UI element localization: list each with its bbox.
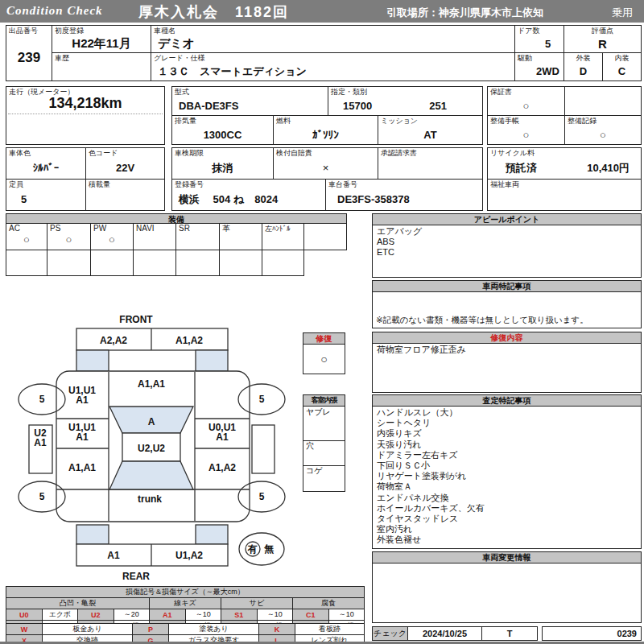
front-bumper-right-mark: A1,A2 bbox=[175, 335, 203, 346]
registration-number-label: 登録番号 bbox=[175, 180, 204, 188]
inspection-value: 抹消 bbox=[172, 157, 273, 179]
first-registration-value: H22年11月 bbox=[52, 35, 151, 52]
class-number: 251 bbox=[429, 100, 447, 112]
cabin-item-hole: 穴 bbox=[303, 440, 345, 466]
equipment-label: SR bbox=[179, 225, 190, 233]
interior-grade-value: C bbox=[603, 62, 641, 80]
grade-label: グレード・仕様 bbox=[154, 54, 205, 62]
equipment-label: 左ﾊﾝﾄﾞﾙ bbox=[265, 225, 291, 233]
equipment-cell-sr: SR bbox=[175, 223, 220, 250]
repair-details-header: 修復内容 bbox=[373, 332, 641, 344]
insurance-label: 検付自賠責 bbox=[276, 149, 312, 157]
rear-bumper-left-mark: A1 bbox=[107, 550, 120, 561]
left-quarter-mark: A1,A1 bbox=[68, 462, 96, 473]
model-code-cell: 型式 DBA-DE3FS bbox=[171, 86, 328, 116]
warranty-label: 保証書 bbox=[490, 88, 512, 96]
wheel-front-left-value: 5 bbox=[39, 394, 45, 405]
vehicle-notes-section: 車両特記事項 ※記載のない書類・機器等は無しとして取り扱います。 bbox=[372, 280, 642, 328]
maintenance-book-mark: ○ bbox=[488, 125, 564, 144]
chassis-number-label: 車台番号 bbox=[328, 180, 357, 188]
assessment-line: 外装色褪せ bbox=[377, 535, 637, 545]
trunk-label: trunk bbox=[138, 493, 162, 505]
equipment-empty-row-cell bbox=[175, 250, 220, 276]
appeal-points-body: エアバッグ ABS ETC bbox=[373, 225, 641, 277]
exterior-grade-label: 外装 bbox=[564, 54, 602, 62]
equipment-cell-pw: PW○ bbox=[90, 223, 134, 250]
equipment-cell-ps: PS○ bbox=[47, 223, 91, 250]
fuel-cell: 燃料 ｶﾞｿﾘﾝ bbox=[273, 115, 378, 145]
equipment-empty-row-cell bbox=[262, 250, 304, 276]
insurance-mark: × bbox=[274, 157, 378, 179]
hood-mark: A1,A1 bbox=[138, 378, 165, 390]
legend-desc: エクボ bbox=[42, 609, 78, 621]
fuel-value: ｶﾞｿﾘﾝ bbox=[274, 125, 378, 144]
appeal-points-section: アピールポイント エアバッグ ABS ETC bbox=[372, 213, 642, 278]
type-number: 15700 bbox=[343, 100, 372, 112]
body-color-label: 車体色 bbox=[9, 149, 31, 157]
grade-value: １３Ｃ スマートエディション bbox=[151, 62, 514, 80]
change-info-header: 車両変更情報 bbox=[373, 552, 641, 564]
model-code-label: 型式 bbox=[175, 88, 189, 96]
check-date-cell: 2024/10/25 bbox=[407, 626, 482, 641]
assessment-line: ホイールカバーキズ、欠有 bbox=[377, 503, 637, 514]
repair-flag-mark: ○ bbox=[303, 344, 345, 374]
cabin-interior-box: 客室内張 ヤブレ 穴 コゲ bbox=[303, 394, 345, 492]
fuel-label: 燃料 bbox=[276, 117, 291, 125]
rear-label: REAR bbox=[122, 571, 150, 582]
maintenance-book-label: 整備手帳 bbox=[490, 117, 519, 125]
equipment-cell-extra bbox=[303, 223, 347, 250]
spare-yes-label: 有 bbox=[247, 543, 258, 555]
brand-logo: Condition Check bbox=[6, 4, 103, 18]
right-quarter-mark: A1,A2 bbox=[208, 462, 236, 473]
legend-code: S1 bbox=[221, 609, 258, 621]
equipment-mark: ○ bbox=[6, 233, 47, 246]
warranty-cell: 保証書 ○ bbox=[487, 86, 565, 116]
model-name-value: デミオ bbox=[151, 35, 514, 52]
chassis-number-value: DE3FS-358378 bbox=[326, 188, 482, 210]
assessment-notes-header: 査定特記事項 bbox=[373, 395, 641, 407]
appeal-line: ABS bbox=[377, 237, 637, 247]
equipment-empty-row-cell bbox=[6, 250, 47, 276]
equipment-label: PW bbox=[93, 225, 106, 233]
recycle-fee-cell: リサイクル料 預託済 10,410円 bbox=[487, 147, 642, 180]
type-class-cell: 指定・類別 15700 251 bbox=[328, 86, 483, 116]
legend-desc: 塗装あり bbox=[169, 624, 259, 635]
history-label: 車歴 bbox=[55, 54, 69, 62]
equipment-label: NAVI bbox=[136, 225, 155, 233]
mileage-value: 134,218km bbox=[6, 94, 164, 112]
repair-details-body: 荷物室フロア修正歪み bbox=[373, 343, 641, 392]
legend-code: W bbox=[6, 624, 43, 635]
mileage-cell: 走行（現メーター） 134,218km bbox=[6, 86, 165, 145]
recycle-amount: 10,410円 bbox=[587, 161, 630, 175]
maintenance-record-label: 整備記録 bbox=[568, 117, 597, 125]
score-cell: 評価点 R bbox=[564, 25, 642, 53]
transmission-cell: ミッション AT bbox=[378, 115, 483, 145]
assessment-line: 荷物室Ａ bbox=[377, 481, 637, 492]
legend-code: U0 bbox=[6, 609, 43, 621]
assessment-line: 天張り汚れ bbox=[377, 440, 637, 450]
pickup-location: 引取場所：神奈川県厚木市上依知 bbox=[386, 6, 543, 20]
first-registration-label: 初度登録 bbox=[55, 27, 84, 35]
score-label: 評価点 bbox=[564, 27, 641, 35]
assessment-line: 内張りキズ bbox=[377, 428, 637, 439]
type-class-values: 15700 251 bbox=[328, 96, 482, 115]
score-value: R bbox=[564, 35, 641, 52]
check-inspector-cell: T bbox=[481, 626, 538, 641]
recycle-status: 預託済 bbox=[506, 161, 537, 175]
recycle-fee-values: 預託済 10,410円 bbox=[488, 157, 641, 179]
warranty-mark: ○ bbox=[488, 96, 564, 115]
repair-line: 荷物室フロア修正歪み bbox=[377, 345, 637, 355]
mirror-right bbox=[252, 425, 275, 473]
equipment-cell-ac: AC○ bbox=[6, 223, 47, 250]
assessment-notes-body: ハンドルスレ（大） シートヘタリ 内張りキズ 天張り汚れ ドアミラー左右キズ 下… bbox=[373, 406, 641, 548]
history-value bbox=[52, 62, 151, 80]
change-info-body bbox=[373, 563, 641, 622]
equipment-empty-row-cell bbox=[90, 250, 134, 276]
check-number-cell: 0239 bbox=[542, 626, 642, 641]
windshield-mark: A bbox=[148, 416, 155, 427]
model-name-cell: 車種名 デミオ bbox=[151, 25, 515, 53]
repair-flag-box: 修復 ○ bbox=[303, 332, 345, 374]
right-door-mark2: A1 bbox=[216, 431, 229, 443]
front-label: FRONT bbox=[119, 314, 153, 325]
assessment-notes-section: 査定特記事項 ハンドルスレ（大） シートヘタリ 内張りキズ 天張り汚れ ドアミラ… bbox=[372, 394, 642, 549]
